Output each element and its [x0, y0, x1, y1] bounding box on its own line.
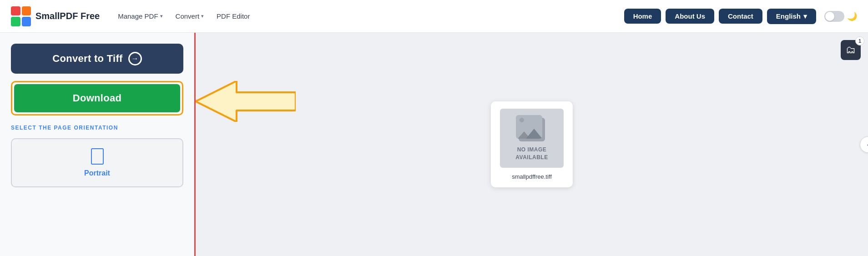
no-image-text: NO IMAGEAVAILABLE [515, 146, 548, 161]
theme-toggle[interactable]: 🌙 [824, 11, 857, 22]
no-image-placeholder: NO IMAGEAVAILABLE [500, 109, 564, 168]
photo-icon-front [516, 115, 542, 139]
logo-text: SmallPDF Free [35, 11, 100, 21]
contact-button[interactable]: Contact [719, 9, 762, 24]
photo-sun [520, 118, 524, 122]
orientation-text: Portrait [84, 169, 110, 177]
file-settings-icon: 🗂 [846, 44, 856, 56]
main-nav: Manage PDF ▾ Convert ▾ PDF Editor [112, 10, 255, 23]
photo-stack-icon [516, 115, 548, 142]
language-button[interactable]: English ▾ [767, 9, 816, 24]
file-name: smallpdffree.tiff [512, 173, 552, 180]
arrow-circle-icon: → [128, 52, 142, 65]
about-us-button[interactable]: About Us [666, 9, 714, 24]
chevron-down-icon: ▾ [160, 13, 163, 19]
logo-cell-orange [22, 6, 31, 16]
chevron-down-icon: ▾ [201, 13, 204, 19]
notification-badge: 1 [855, 36, 864, 45]
file-preview-card: NO IMAGEAVAILABLE smallpdffree.tiff [491, 101, 573, 187]
moon-icon: 🌙 [847, 11, 857, 21]
left-panel: Convert to Tiff → Download SELECT THE PA… [0, 33, 196, 256]
logo-cell-blue [22, 17, 31, 26]
main-content: Convert to Tiff → Download SELECT THE PA… [0, 33, 868, 256]
nav-manage-pdf[interactable]: Manage PDF ▾ [112, 10, 168, 23]
toggle-track[interactable] [824, 11, 844, 22]
logo-cell-red [11, 6, 20, 16]
header: SmallPDF Free Manage PDF ▾ Convert ▾ PDF… [0, 0, 868, 33]
orientation-section-label: SELECT THE PAGE ORIENTATION [11, 125, 183, 131]
header-right: Home About Us Contact English ▾ 🌙 [624, 9, 857, 24]
right-content-area: NO IMAGEAVAILABLE smallpdffree.tiff 🗂 1 [196, 33, 868, 256]
logo-cell-green [11, 17, 20, 26]
toggle-thumb [825, 12, 834, 21]
portrait-icon [91, 148, 104, 165]
notification-wrapper: 🗂 1 [841, 40, 861, 60]
logo-area: SmallPDF Free [11, 6, 100, 26]
nav-pdf-editor[interactable]: PDF Editor [211, 10, 255, 23]
chevron-down-icon: ▾ [803, 12, 807, 20]
download-wrapper: Download [11, 81, 183, 115]
download-button[interactable]: Download [14, 84, 180, 112]
home-button[interactable]: Home [624, 9, 661, 24]
photo-mountain [516, 129, 542, 139]
nav-convert[interactable]: Convert ▾ [170, 10, 210, 23]
logo-icon [11, 6, 31, 26]
convert-to-tiff-button[interactable]: Convert to Tiff → [11, 44, 183, 74]
portrait-option[interactable]: Portrait [11, 138, 183, 187]
